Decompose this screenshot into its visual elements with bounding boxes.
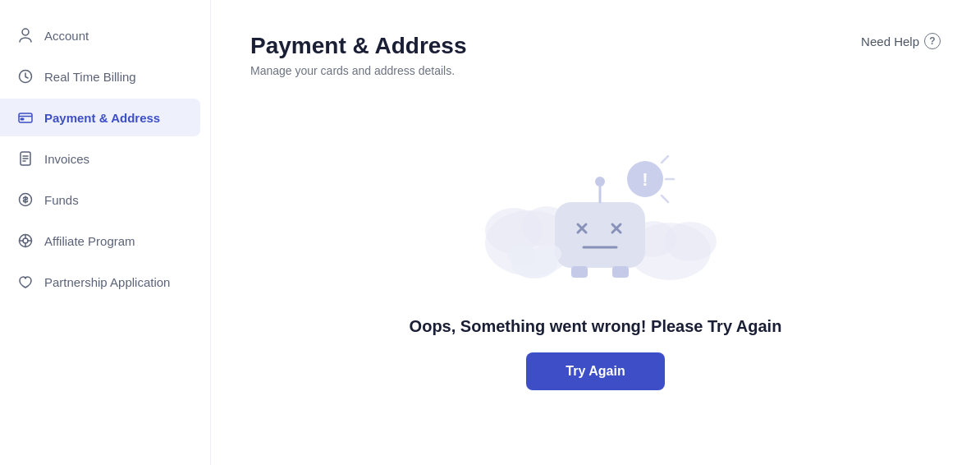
sidebar-item-label: Real Time Billing <box>44 70 136 84</box>
sidebar-item-label: Funds <box>44 193 79 207</box>
svg-text:!: ! <box>642 169 648 190</box>
sidebar-item-payment-address[interactable]: Payment & Address <box>0 99 200 136</box>
sidebar-item-label: Account <box>44 29 89 43</box>
sidebar-item-label: Affiliate Program <box>44 234 135 248</box>
svg-point-25 <box>595 177 605 186</box>
need-help-button[interactable]: Need Help ? <box>861 33 941 49</box>
page-title: Payment & Address <box>250 33 467 59</box>
page-title-block: Payment & Address Manage your cards and … <box>250 33 467 77</box>
svg-rect-1 <box>19 113 32 122</box>
svg-point-29 <box>507 245 537 266</box>
sidebar-item-funds[interactable]: Funds <box>0 181 200 219</box>
error-svg: ! <box>473 128 719 292</box>
user-icon <box>16 26 34 44</box>
file-icon <box>16 150 34 168</box>
svg-point-30 <box>535 244 561 264</box>
error-message: Oops, Something went wrong! Please Try A… <box>410 317 782 336</box>
error-container: ! <box>250 110 941 432</box>
partnership-icon <box>16 273 34 291</box>
card-icon <box>16 108 34 127</box>
sidebar-item-label: Payment & Address <box>44 111 160 125</box>
clock-icon <box>16 67 34 85</box>
svg-rect-2 <box>21 118 24 120</box>
sidebar-item-label: Partnership Application <box>44 275 170 289</box>
page-subtitle: Manage your cards and address details. <box>250 64 467 77</box>
sidebar-item-invoices[interactable]: Invoices <box>0 140 200 177</box>
svg-rect-26 <box>571 266 588 278</box>
page-header: Payment & Address Manage your cards and … <box>250 33 941 77</box>
svg-line-15 <box>662 156 668 163</box>
sidebar-item-partnership-application[interactable]: Partnership Application <box>0 263 200 301</box>
need-help-label: Need Help <box>861 35 919 48</box>
try-again-button[interactable]: Try Again <box>526 352 664 390</box>
svg-rect-27 <box>612 266 629 278</box>
sidebar-item-account[interactable]: Account <box>0 16 200 54</box>
sidebar-item-affiliate-program[interactable]: Affiliate Program <box>0 222 200 260</box>
affiliate-icon <box>16 232 34 250</box>
svg-line-17 <box>662 196 668 202</box>
svg-point-6 <box>23 238 28 243</box>
sidebar-item-label: Invoices <box>44 152 89 166</box>
sidebar: Account Real Time Billing Payment & Addr… <box>0 0 211 465</box>
svg-rect-18 <box>555 202 645 268</box>
help-circle-icon: ? <box>924 33 941 49</box>
sidebar-item-real-time-billing[interactable]: Real Time Billing <box>0 58 200 95</box>
error-illustration: ! <box>465 120 727 301</box>
main-content: Payment & Address Manage your cards and … <box>211 0 980 465</box>
funds-icon <box>16 191 34 209</box>
